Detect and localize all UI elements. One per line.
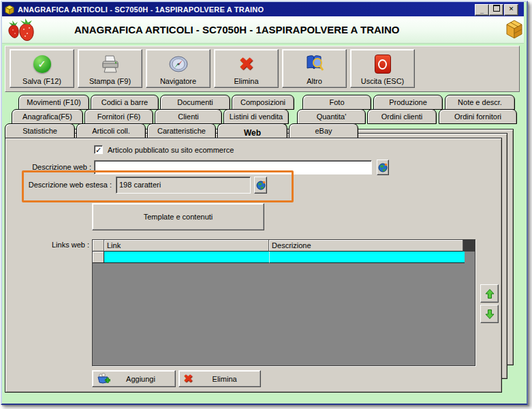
tab-movimenti[interactable]: Movimenti (F10) (18, 95, 89, 110)
elimina-button[interactable]: ✖ Elimina (214, 49, 279, 88)
compass-icon (168, 54, 189, 74)
navigatore-label: Navigatore (160, 77, 196, 85)
app-icon (4, 4, 15, 15)
tab-quantita[interactable]: Quantita' (297, 109, 366, 124)
stampa-label: Stampa (F9) (89, 77, 131, 85)
stampa-button[interactable]: Stampa (F9) (78, 49, 142, 88)
move-up-button[interactable] (480, 284, 499, 303)
row-selector-header (93, 240, 104, 252)
template-contenuti-button[interactable]: Template e contenuti (92, 203, 264, 230)
link-column-header[interactable]: Link (104, 240, 269, 252)
links-web-table[interactable]: Link Descrizione (92, 239, 475, 366)
page-title: ANAGRAFICA ARTICOLI - SC7050H - 1ASPIRAP… (74, 24, 400, 35)
altro-button[interactable]: Altro (282, 49, 347, 88)
up-arrow-icon (484, 288, 495, 299)
uscita-button[interactable]: Uscita (ESC) (350, 49, 415, 88)
tab-anagrafica[interactable]: Anagrafica(F5) (12, 109, 83, 124)
publish-ecommerce-checkbox[interactable]: ✓ (94, 145, 103, 154)
salva-label: Salva (F12) (22, 77, 61, 85)
save-check-icon: ✓ (33, 55, 51, 73)
strawberries-icon (6, 18, 37, 42)
uscita-label: Uscita (ESC) (361, 77, 405, 85)
table-header-row: Link Descrizione (93, 240, 475, 252)
navigatore-button[interactable]: Navigatore (146, 49, 210, 88)
header: ANAGRAFICA ARTICOLI - SC7050H - 1ASPIRAP… (2, 16, 524, 44)
descrizione-column-header[interactable]: Descrizione (269, 240, 463, 252)
printer-icon (100, 55, 121, 74)
descrizione-web-estesa-globe-button[interactable] (254, 177, 267, 194)
tab-composizioni[interactable]: Composizioni (232, 95, 294, 110)
tab-listini-di-vendita[interactable]: Listini di vendita (223, 109, 289, 124)
add-basket-icon (97, 373, 110, 385)
table-row[interactable] (93, 252, 475, 263)
tab-foto[interactable]: Foto (302, 95, 371, 110)
tab-fornitori[interactable]: Fornitori (F6) (84, 109, 153, 124)
descrizione-web-estesa-label: Descrizione web estesa : (16, 181, 112, 189)
salva-button[interactable]: ✓ Salva (F12) (10, 49, 74, 88)
tab-documenti[interactable]: Documenti (160, 95, 230, 110)
descrizione-web-estesa-input[interactable]: 198 caratteri (116, 177, 251, 194)
book-magnifier-icon (304, 54, 326, 74)
tab-note-e-descr[interactable]: Note e descr. (445, 95, 515, 110)
move-down-button[interactable] (480, 305, 499, 323)
tab-ebay[interactable]: eBay (289, 123, 358, 138)
publish-ecommerce-label: Articolo pubblicato su sito ecommerce (108, 146, 234, 154)
elimina-link-button[interactable]: ✖ Elimina (178, 370, 261, 387)
elimina-label: Elimina (234, 77, 258, 85)
aggiungi-button[interactable]: Aggiungi (92, 370, 176, 387)
tab-ordini-clienti[interactable]: Ordini clienti (367, 109, 437, 124)
toolbar: ✓ Salva (F12) Stampa (F9) (5, 46, 520, 92)
title-bar[interactable]: ANAGRAFICA ARTICOLI - SC7050H - 1ASPIRAP… (2, 2, 524, 16)
window-title: ANAGRAFICA ARTICOLI - SC7050H - 1ASPIRAP… (18, 5, 264, 14)
descrizione-web-label: Descrizione web : (16, 163, 91, 171)
screen: ANAGRAFICA ARTICOLI - SC7050H - 1ASPIRAP… (0, 0, 532, 409)
row-selector-cell[interactable] (93, 252, 104, 263)
header-filler (463, 240, 475, 252)
checkbox-check-icon: ✓ (95, 147, 101, 153)
tab-codici-a-barre[interactable]: Codici a barre (91, 95, 159, 110)
globe-icon (378, 163, 388, 172)
close-button[interactable]: ✕ (504, 4, 518, 16)
link-cell[interactable] (104, 252, 270, 263)
app-window: ANAGRAFICA ARTICOLI - SC7050H - 1ASPIRAP… (1, 1, 528, 405)
power-icon (375, 55, 391, 74)
descrizione-web-input[interactable] (94, 160, 372, 175)
descrizione-web-globe-button[interactable] (377, 160, 389, 175)
red-x-icon: ✖ (238, 55, 254, 73)
tab-ordini-fornitori[interactable]: Ordini fornitori (439, 109, 517, 124)
descrizione-cell[interactable] (270, 252, 465, 263)
minimize-icon: _ (480, 7, 484, 14)
altro-label: Altro (307, 77, 322, 85)
tab-articoli-coll[interactable]: Articoli coll. (76, 123, 146, 138)
package-icon (505, 19, 524, 40)
tab-clienti[interactable]: Clienti (155, 109, 222, 124)
web-tab-panel: ✓ Articolo pubblicato su sito ecommerce … (5, 138, 502, 393)
tab-caratteristiche[interactable]: Caratteristiche (147, 123, 216, 138)
tab-statistiche[interactable]: Statistiche (5, 123, 75, 138)
maximize-icon (493, 5, 500, 12)
down-arrow-icon (484, 309, 495, 320)
minimize-button[interactable]: _ (475, 4, 489, 16)
maximize-button[interactable] (489, 4, 503, 16)
red-x-icon: ✖ (183, 373, 193, 384)
close-icon: ✕ (509, 5, 514, 12)
globe-icon (256, 181, 266, 190)
links-web-label: Links web : (41, 241, 89, 249)
tab-produzione[interactable]: Produzione (373, 95, 443, 110)
